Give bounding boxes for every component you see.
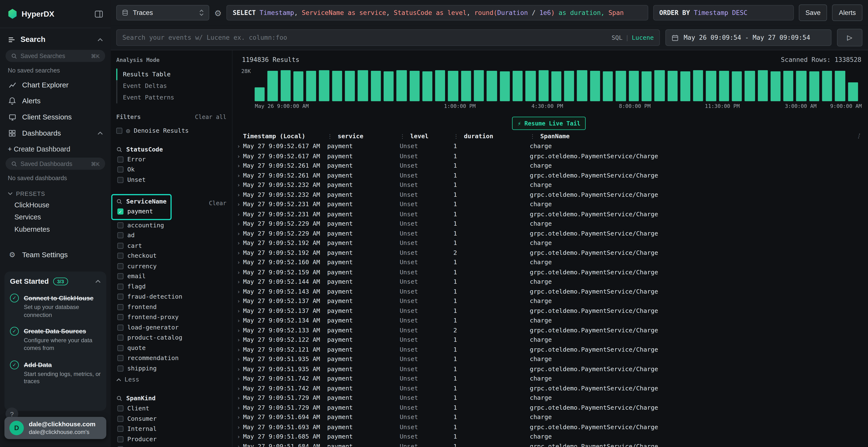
row-expand-icon[interactable]: › [235, 385, 243, 391]
histogram-bar[interactable] [577, 71, 587, 101]
histogram-bar[interactable] [603, 71, 613, 101]
histogram-bar[interactable] [796, 71, 807, 101]
filter-checkbox-item-Internal[interactable]: Internal [116, 424, 226, 434]
drag-handle-icon[interactable]: ⋮ [453, 133, 459, 139]
histogram-bar[interactable] [371, 71, 381, 101]
histogram-bar[interactable] [745, 71, 755, 101]
histogram-bar[interactable] [448, 71, 458, 101]
histogram-bar[interactable] [822, 71, 832, 101]
table-row[interactable]: ›May 27 9:09:52.137 AMpaymentUnset1grpc.… [235, 306, 863, 316]
order-by-editor[interactable]: ORDER BY Timestamp DESC [653, 5, 794, 21]
filter-checkbox-item-quote[interactable]: quote [116, 343, 226, 353]
filter-checkbox-item-fraud-detection[interactable]: fraud-detection [116, 291, 226, 302]
table-row[interactable]: ›May 27 9:09:51.693 AMpaymentUnset1grpc.… [235, 422, 863, 432]
get-started-header[interactable]: Get Started 3/3 [10, 277, 101, 285]
sidebar-item-dashboards[interactable]: Dashboards [0, 125, 111, 141]
row-expand-icon[interactable]: › [235, 260, 243, 265]
histogram-bar[interactable] [319, 70, 329, 101]
filter-clear-button[interactable]: Clear [209, 199, 226, 206]
histogram-bar[interactable] [268, 71, 278, 101]
row-expand-icon[interactable]: › [235, 414, 243, 420]
histogram-bar[interactable] [500, 71, 510, 101]
filter-checkbox-item-Server[interactable]: Server [116, 444, 226, 447]
row-expand-icon[interactable]: › [235, 337, 243, 343]
drag-handle-icon[interactable]: ⋮ [530, 133, 535, 139]
filter-checkbox-item-flagd[interactable]: flagd [116, 281, 226, 291]
table-row[interactable]: ›May 27 9:09:52.122 AMpaymentUnset1charg… [235, 335, 863, 345]
row-expand-icon[interactable]: › [235, 250, 243, 256]
histogram-bar[interactable] [757, 71, 768, 101]
table-row[interactable]: ›May 27 9:09:52.231 AMpaymentUnset1grpc.… [235, 209, 863, 219]
table-row[interactable]: ›May 27 9:09:52.160 AMpaymentUnset1charg… [235, 258, 863, 267]
histogram-bar[interactable] [435, 70, 445, 101]
row-expand-icon[interactable]: › [235, 347, 243, 353]
column-header-level[interactable]: ⋮level [400, 133, 454, 140]
filter-checkbox-item-Ok[interactable]: Ok [116, 165, 226, 175]
row-expand-icon[interactable]: › [235, 279, 243, 285]
collapse-sidebar-icon[interactable] [95, 10, 103, 18]
sidebar-item-team-settings[interactable]: ⚙ Team Settings [0, 247, 111, 263]
nav-search[interactable]: Search [0, 28, 111, 47]
row-expand-icon[interactable]: › [235, 172, 243, 178]
filter-checkbox-item-Error[interactable]: Error [116, 154, 226, 165]
histogram-bar[interactable] [809, 71, 819, 101]
histogram-bar[interactable] [706, 71, 716, 101]
denoise-results-checkbox[interactable]: ◎ Denoise Results [116, 126, 226, 135]
row-expand-icon[interactable]: › [235, 182, 243, 188]
sidebar-item-alerts[interactable]: Alerts [0, 93, 111, 109]
row-expand-icon[interactable]: › [235, 298, 243, 304]
run-query-button[interactable]: ▷ [837, 29, 863, 46]
drag-handle-icon[interactable]: ⋮ [327, 133, 333, 139]
row-expand-icon[interactable]: › [235, 221, 243, 227]
table-row[interactable]: ›May 27 9:09:51.694 AMpaymentUnset1charg… [235, 413, 863, 422]
sidebar-item-client-sessions[interactable]: Client Sessions [0, 109, 111, 125]
save-button[interactable]: Save [799, 4, 827, 21]
histogram-bar[interactable] [551, 71, 561, 101]
row-expand-icon[interactable]: › [235, 327, 243, 333]
histogram-bar[interactable] [616, 71, 626, 101]
histogram-bar[interactable] [654, 70, 664, 101]
table-row[interactable]: ›May 27 9:09:51.729 AMpaymentUnset1grpc.… [235, 403, 863, 413]
table-row[interactable]: ›May 27 9:09:51.685 AMpaymentUnset1charg… [235, 432, 863, 442]
resume-live-tail-button[interactable]: ⚡ Resume Live Tail [512, 116, 586, 130]
table-row[interactable]: ›May 27 9:09:52.229 AMpaymentUnset1grpc.… [235, 229, 863, 238]
table-row[interactable]: ›May 27 9:09:52.133 AMpaymentUnset2grpc.… [235, 325, 863, 335]
row-expand-icon[interactable]: › [235, 356, 243, 362]
filter-checkbox-item-checkout[interactable]: checkout [116, 251, 226, 261]
table-row[interactable]: ›May 27 9:09:52.134 AMpaymentUnset1charg… [235, 316, 863, 325]
filter-checkbox-item-Consumer[interactable]: Consumer [116, 414, 226, 424]
table-row[interactable]: ›May 27 9:09:52.617 AMpaymentUnset1charg… [235, 142, 863, 151]
chevron-up-icon[interactable] [97, 38, 103, 41]
table-row[interactable]: ›May 27 9:09:52.143 AMpaymentUnset1grpc.… [235, 286, 863, 296]
clear-all-filters-button[interactable]: Clear all [195, 113, 226, 120]
table-row[interactable]: ›May 27 9:09:52.137 AMpaymentUnset1charg… [235, 297, 863, 306]
table-row[interactable]: ›May 27 9:09:51.684 AMpaymentUnset1grpc.… [235, 442, 863, 447]
chevron-up-icon[interactable] [97, 131, 103, 135]
source-settings-gear-icon[interactable]: ⚙ [214, 9, 222, 17]
table-row[interactable]: ›May 27 9:09:51.935 AMpaymentUnset1charg… [235, 354, 863, 364]
filter-checkbox-item-shipping[interactable]: shipping [116, 363, 226, 373]
filter-group-header[interactable]: SpanKind [116, 393, 226, 403]
table-row[interactable]: ›May 27 9:09:51.935 AMpaymentUnset1grpc.… [235, 364, 863, 374]
histogram-bar[interactable] [396, 71, 406, 101]
histogram-bar[interactable] [771, 71, 781, 101]
event-search-input[interactable]: Search your events w/ Lucene ex. column:… [116, 29, 660, 46]
histogram-bar[interactable] [306, 71, 316, 101]
histogram-bar[interactable] [332, 71, 342, 101]
table-row[interactable]: ›May 27 9:09:52.617 AMpaymentUnset1grpc.… [235, 151, 863, 161]
saved-dashboards-input[interactable]: Saved Dashboards ⌘K [5, 158, 105, 170]
histogram-bar[interactable] [474, 70, 484, 101]
column-header-spanname[interactable]: ⋮SpanName [530, 133, 863, 140]
row-expand-icon[interactable]: › [235, 201, 243, 207]
drag-handle-icon[interactable]: ⋮ [400, 133, 405, 139]
table-row[interactable]: ›May 27 9:09:52.231 AMpaymentUnset1charg… [235, 200, 863, 209]
histogram-bar[interactable] [280, 71, 290, 101]
alerts-button[interactable]: Alerts [832, 4, 863, 21]
sidebar-item-chart-explorer[interactable]: Chart Explorer [0, 77, 111, 93]
histogram-bar[interactable] [564, 71, 574, 101]
table-row[interactable]: ›May 27 9:09:52.192 AMpaymentUnset2grpc.… [235, 248, 863, 258]
histogram-bar[interactable] [525, 71, 535, 101]
get-started-step[interactable]: ✓ Connect to ClickHouse Set up your data… [10, 293, 101, 319]
histogram-bar[interactable] [628, 71, 639, 101]
preset-item-services[interactable]: Services [0, 211, 111, 224]
